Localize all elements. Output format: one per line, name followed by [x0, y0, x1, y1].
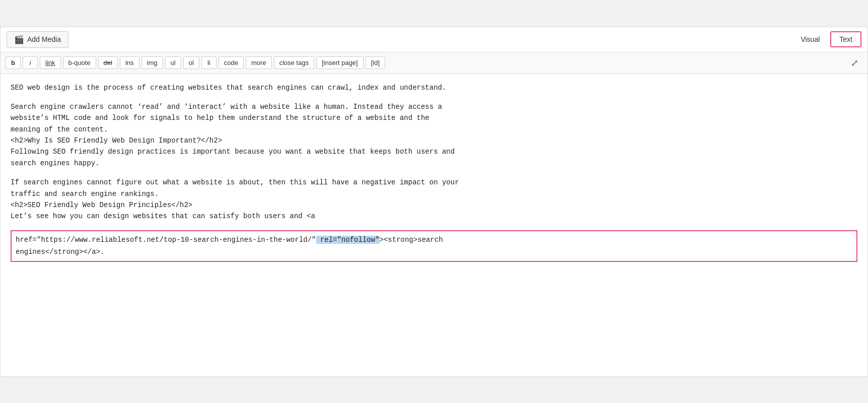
top-bar: 🎬 Add Media Visual Text — [1, 27, 867, 52]
bold-button[interactable]: b — [6, 56, 21, 69]
ld-button[interactable]: [ld] — [366, 56, 385, 69]
paragraph-3: If search engines cannot figure out what… — [11, 177, 857, 222]
tab-visual[interactable]: Visual — [792, 31, 828, 47]
highlighted-code-block: href="https://www.reliablesoft.net/top-1… — [11, 230, 857, 262]
highlighted-line-before: href="https://www.reliablesoft.net/top-1… — [16, 236, 316, 244]
highlighted-line2: engines</strong></a>. — [16, 248, 104, 256]
editor-container: 🎬 Add Media Visual Text b i link b-quote… — [0, 27, 868, 377]
tab-text[interactable]: Text — [830, 31, 861, 47]
li-button[interactable]: li — [201, 56, 216, 69]
link-button[interactable]: link — [40, 56, 61, 69]
highlighted-rel-nofollow: rel="nofollow" — [316, 236, 380, 244]
close-tags-button[interactable]: close tags — [274, 56, 315, 69]
paragraph-2: Search engine crawlers cannot ‘read’ and… — [11, 101, 857, 169]
code-button[interactable]: code — [219, 56, 244, 69]
ins-button[interactable]: ins — [120, 56, 139, 69]
add-media-button[interactable]: 🎬 Add Media — [7, 31, 68, 48]
paragraph-1: SEO web design is the process of creatin… — [11, 82, 857, 93]
media-icon: 🎬 — [14, 35, 24, 44]
formatting-toolbar: b i link b-quote del ins img ul ol li co… — [1, 52, 867, 74]
expand-button[interactable]: ⤢ — [847, 55, 862, 71]
highlighted-line-after: ><strong>search — [380, 236, 443, 244]
img-button[interactable]: img — [141, 56, 163, 69]
add-media-label: Add Media — [27, 35, 61, 43]
italic-button[interactable]: i — [23, 56, 38, 69]
paragraph-after-highlight — [11, 270, 857, 281]
ul-button[interactable]: ul — [165, 56, 181, 69]
insert-page-button[interactable]: [insert page] — [316, 56, 364, 69]
editor-body[interactable]: SEO web design is the process of creatin… — [1, 74, 867, 376]
bquote-button[interactable]: b-quote — [63, 56, 96, 69]
view-tabs: Visual Text — [792, 31, 861, 47]
more-button[interactable]: more — [246, 56, 272, 69]
ol-button[interactable]: ol — [183, 56, 199, 69]
del-button[interactable]: del — [98, 56, 118, 69]
